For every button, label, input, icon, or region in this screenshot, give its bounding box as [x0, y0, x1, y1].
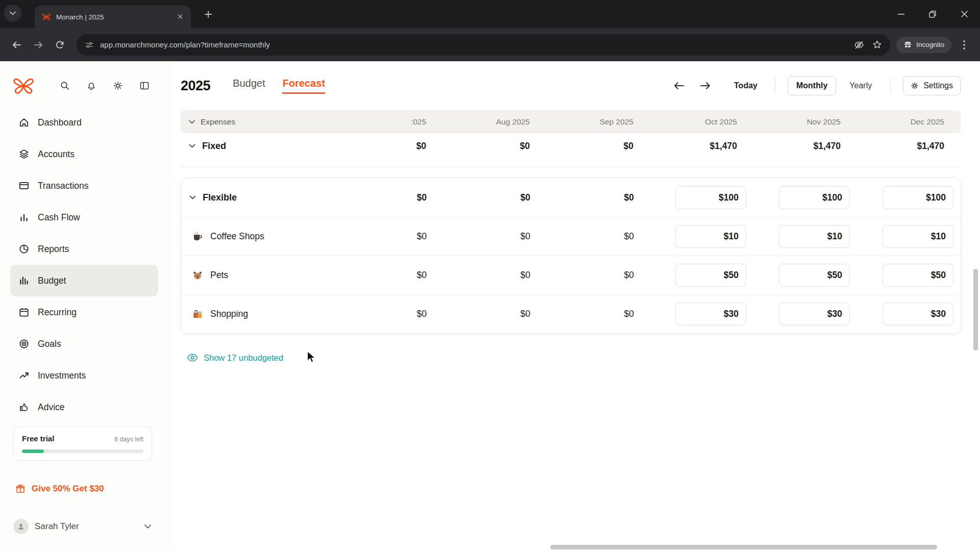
sidebar-item-transactions[interactable]: Transactions	[10, 170, 158, 202]
browser-menu-button[interactable]	[954, 35, 974, 55]
trial-progress-fill	[22, 449, 44, 453]
url-bar[interactable]: app.monarchmoney.com/plan?timeframe=mont…	[77, 34, 890, 56]
plus-icon	[205, 11, 212, 18]
tab-budget[interactable]: Budget	[233, 78, 265, 94]
divider	[775, 78, 775, 93]
window-close-button[interactable]	[948, 0, 980, 28]
close-icon	[961, 11, 968, 17]
show-unbudgeted-link[interactable]: Show 17 unbudgeted	[181, 345, 961, 370]
column-header: Nov 2025	[753, 117, 857, 127]
horizontal-scrollbar-thumb[interactable]	[550, 545, 937, 549]
tab-close-icon[interactable]: ✕	[175, 11, 186, 22]
sidebar-item-label: Advice	[38, 402, 65, 413]
budget-input-coffee-nov[interactable]	[779, 225, 850, 248]
budget-input-shopping-dec[interactable]	[883, 303, 953, 325]
fixed-value: $1,470	[857, 141, 961, 152]
back-arrow-icon	[12, 40, 22, 50]
sidebar-item-recurring[interactable]: Recurring	[10, 296, 158, 328]
reload-icon	[55, 40, 65, 50]
sidebar-item-goals[interactable]: Goals	[10, 328, 158, 360]
timeframe-monthly-button[interactable]: Monthly	[788, 76, 836, 95]
budget-input-shopping-oct[interactable]	[675, 303, 746, 325]
flexible-group-row[interactable]: Flexible $0 $0 $0	[181, 178, 960, 217]
expenses-collapse-icon[interactable]	[189, 120, 195, 124]
sidebar-item-reports[interactable]: Reports	[10, 233, 158, 265]
fixed-value: $1,470	[650, 141, 753, 152]
today-button[interactable]: Today	[729, 77, 763, 94]
column-header: Dec 2025	[857, 117, 961, 127]
budget-input-flexible-nov[interactable]	[779, 186, 850, 209]
incognito-icon	[903, 40, 912, 49]
shopping-bags-icon	[191, 308, 204, 320]
tab-title: Monarch | 2025	[56, 13, 175, 21]
window-restore-button[interactable]	[917, 0, 948, 28]
category-label: Coffee Shops	[210, 231, 264, 242]
sidebar-item-budget[interactable]: Budget	[10, 265, 158, 296]
sidebar-item-investments[interactable]: Investments	[10, 360, 158, 391]
reload-button[interactable]	[49, 34, 70, 56]
flexible-value: $0	[547, 192, 650, 203]
new-tab-button[interactable]	[201, 7, 215, 21]
window-minimize-button[interactable]	[885, 0, 917, 28]
budget-bars-icon	[18, 275, 30, 286]
url-text[interactable]: app.monarchmoney.com/plan?timeframe=mont…	[100, 40, 846, 49]
calendar-icon	[18, 307, 30, 318]
sidebar-item-label: Budget	[38, 276, 66, 286]
notifications-bell-icon[interactable]	[86, 80, 97, 91]
minimize-icon	[898, 14, 904, 15]
user-menu[interactable]: Sarah Tyler	[13, 516, 151, 537]
timeframe-yearly-button[interactable]: Yearly	[843, 77, 878, 95]
category-row-pets[interactable]: Pets $0 $0 $0	[181, 256, 960, 294]
collapse-sidebar-icon[interactable]	[139, 80, 150, 91]
sidebar-nav: Dashboard Accounts Transactions Cash Flo…	[0, 107, 174, 423]
bookmark-star-icon[interactable]	[872, 40, 882, 49]
budget-input-coffee-oct[interactable]	[675, 225, 746, 248]
fixed-value: $1,470	[753, 141, 857, 152]
category-row-coffee-shops[interactable]: Coffee Shops $0 $0 $0	[181, 217, 960, 256]
search-icon[interactable]	[59, 80, 70, 91]
flexible-group-card: Flexible $0 $0 $0 Coffee Shops $0 $0	[181, 178, 961, 334]
back-button[interactable]	[6, 34, 28, 56]
avatar	[13, 519, 29, 534]
user-name: Sarah Tyler	[35, 521, 138, 532]
flexible-collapse-icon[interactable]	[189, 195, 196, 199]
budget-input-pets-oct[interactable]	[675, 264, 746, 287]
trend-up-icon	[18, 370, 30, 381]
column-header: Sep 2025	[546, 117, 650, 127]
left-arrow-icon	[674, 82, 684, 90]
settings-label: Settings	[923, 81, 953, 90]
sidebar-item-accounts[interactable]: Accounts	[10, 138, 158, 170]
right-arrow-icon	[700, 82, 710, 90]
category-value: $0	[443, 231, 547, 242]
referral-link[interactable]: Give 50% Get $30	[15, 484, 104, 494]
main-content: 2025 Budget Forecast Today Monthly Yearl…	[174, 61, 980, 551]
sidebar-item-dashboard[interactable]: Dashboard	[10, 107, 158, 138]
budget-input-flexible-dec[interactable]	[883, 186, 953, 209]
settings-button[interactable]: Settings	[903, 76, 961, 95]
prev-period-button[interactable]	[670, 77, 688, 95]
group-header-label: Expenses	[201, 117, 235, 127]
category-value: $0	[339, 231, 443, 242]
tab-search-button[interactable]	[4, 5, 21, 22]
next-period-button[interactable]	[696, 77, 715, 95]
forward-button[interactable]	[28, 34, 49, 56]
budget-input-shopping-nov[interactable]	[779, 303, 850, 325]
home-icon	[18, 117, 30, 128]
sidebar-item-cash-flow[interactable]: Cash Flow	[10, 202, 158, 233]
category-row-shopping[interactable]: Shopping $0 $0 $0	[181, 294, 960, 333]
tab-forecast[interactable]: Forecast	[282, 78, 325, 94]
vertical-scrollbar-thumb[interactable]	[973, 269, 978, 350]
sidebar-item-advice[interactable]: Advice	[10, 391, 158, 423]
budget-input-pets-dec[interactable]	[883, 264, 953, 287]
budget-input-coffee-dec[interactable]	[883, 225, 953, 248]
thumbs-up-icon	[18, 402, 30, 413]
eye-off-icon[interactable]	[854, 40, 864, 50]
fixed-collapse-icon[interactable]	[189, 144, 195, 148]
browser-tab-strip: Monarch | 2025 ✕	[0, 0, 980, 28]
fixed-group-row[interactable]: Fixed $0 $0 $0 $1,470 $1,470 $1,470	[181, 140, 961, 164]
browser-toolbar: app.monarchmoney.com/plan?timeframe=mont…	[0, 28, 980, 61]
browser-tab[interactable]: Monarch | 2025 ✕	[35, 6, 191, 28]
budget-input-pets-nov[interactable]	[779, 264, 850, 287]
settings-gear-icon[interactable]	[112, 80, 124, 91]
budget-input-flexible-oct[interactable]	[675, 186, 746, 209]
